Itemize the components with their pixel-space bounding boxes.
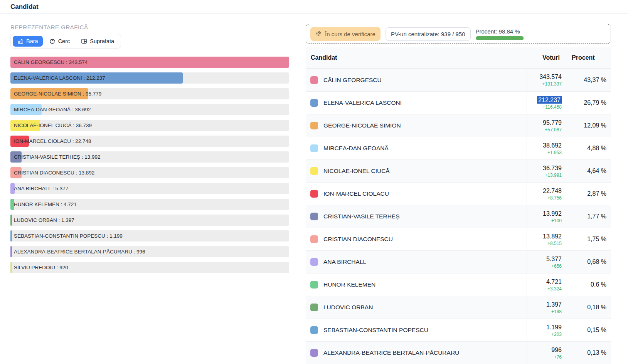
candidate-name: CĂLIN GEORGESCU bbox=[323, 77, 382, 84]
bar-chart-icon bbox=[17, 38, 24, 44]
votes-value: 343.574 bbox=[539, 73, 562, 81]
bar-row: SILVIU PREDOIU : 920 bbox=[10, 262, 289, 273]
percent-label: Procent: 98,84 % bbox=[476, 28, 524, 35]
top-header: Candidat bbox=[0, 0, 628, 14]
percent-value: 4,64 % bbox=[587, 168, 606, 174]
bar-row: NICOLAE-IONEL CIUCĂ : 36.739 bbox=[10, 120, 289, 131]
bar-label: ALEXANDRA-BEATRICE BERTALAN-PĂCURARU : 9… bbox=[14, 246, 145, 257]
candidate-cell: CRISTIAN-VASILE TERHEȘ bbox=[306, 205, 527, 228]
votes-delta: +116.458 bbox=[543, 104, 562, 110]
candidate-cell: ELENA-VALERICA LASCONI bbox=[306, 92, 527, 114]
candidate-cell: ALEXANDRA-BEATRICE BERTALAN-PĂCURARU bbox=[306, 342, 527, 364]
votes-cell: 1.199 +203 bbox=[527, 319, 566, 341]
votes-cell: 4.721 +3.324 bbox=[527, 273, 566, 296]
verification-badge: În curs de verificare bbox=[310, 27, 381, 41]
candidate-name: HUNOR KELEMEN bbox=[323, 281, 375, 288]
candidate-color-swatch bbox=[310, 235, 318, 243]
percent-value: 0,18 % bbox=[587, 304, 606, 311]
results-table: Candidat Voturi Procent CĂLIN GEORGESCU … bbox=[306, 47, 611, 364]
votes-cell: 36.739 +13.991 bbox=[527, 160, 566, 182]
bar-row: ELENA-VALERICA LASCONI : 212.237 bbox=[10, 72, 289, 84]
votes-cell: 1.397 +198 bbox=[527, 296, 566, 319]
bar-row: ION-MARCEL CIOLACU : 22.748 bbox=[10, 136, 289, 147]
candidate-name: GEORGE-NICOLAE SIMION bbox=[323, 122, 401, 129]
votes-delta: +8.756 bbox=[547, 195, 562, 201]
candidate-color-swatch bbox=[310, 281, 318, 289]
view-button-label: Suprafata bbox=[90, 38, 114, 44]
column-header-votes: Voturi bbox=[527, 54, 566, 61]
bar-row: HUNOR KELEMEN : 4.721 bbox=[10, 199, 289, 210]
bar-label: CĂLIN GEORGESCU : 343.574 bbox=[14, 57, 88, 68]
view-button-bara[interactable]: Bara bbox=[13, 36, 43, 47]
percent-status: Procent: 98,84 % bbox=[476, 28, 524, 40]
votes-value: 38.692 bbox=[543, 142, 562, 149]
candidate-color-swatch bbox=[310, 76, 318, 84]
candidate-color-swatch bbox=[310, 167, 318, 175]
candidate-cell: GEORGE-NICOLAE SIMION bbox=[306, 114, 527, 137]
votes-delta: +198 bbox=[551, 309, 562, 314]
percent-cell: 0,15 % bbox=[566, 319, 611, 341]
candidate-name: ION-MARCEL CIOLACU bbox=[323, 190, 389, 197]
candidate-name: LUDOVIC ORBAN bbox=[323, 304, 373, 311]
percent-value: 1,77 % bbox=[587, 213, 606, 220]
votes-value: 1.199 bbox=[546, 324, 562, 331]
bar-fill bbox=[10, 230, 12, 242]
bar-row: SEBASTIAN-CONSTANTIN POPESCU : 1.199 bbox=[10, 230, 289, 242]
bar-label: MIRCEA-DAN GEOANĂ : 38.692 bbox=[14, 104, 91, 115]
view-button-suprafata[interactable]: Suprafata bbox=[76, 36, 119, 47]
votes-cell: 95.779 +57.087 bbox=[527, 114, 566, 137]
candidate-color-swatch bbox=[310, 258, 318, 266]
verification-badge-label: În curs de verificare bbox=[325, 31, 375, 37]
percent-value: 26,79 % bbox=[584, 99, 606, 106]
percent-value: 0,68 % bbox=[587, 258, 606, 265]
bar-row: GEORGE-NICOLAE SIMION : 95.779 bbox=[10, 88, 289, 99]
votes-cell: 13.892 +8.515 bbox=[527, 228, 566, 250]
bar-row: MIRCEA-DAN GEOANĂ : 38.692 bbox=[10, 104, 289, 115]
candidate-cell: MIRCEA-DAN GEOANĂ bbox=[306, 137, 527, 159]
table-row: ELENA-VALERICA LASCONI 212.237 +116.458 … bbox=[306, 91, 611, 114]
table-row: ANA BIRCHALL 5.377 +656 0,68 % bbox=[306, 250, 611, 273]
bar-label: SILVIU PREDOIU : 920 bbox=[14, 262, 68, 273]
candidate-color-swatch bbox=[310, 99, 318, 107]
percent-value: 4,88 % bbox=[587, 145, 606, 152]
percent-cell: 1,77 % bbox=[566, 205, 611, 228]
chart-section-label: REPREZENTARE GRAFICĂ bbox=[10, 24, 289, 30]
candidate-name: ANA BIRCHALL bbox=[323, 258, 366, 265]
bar-label: ANA BIRCHALL : 5.377 bbox=[14, 183, 68, 194]
treemap-icon bbox=[81, 38, 87, 44]
candidate-cell: HUNOR KELEMEN bbox=[306, 273, 527, 296]
pv-centralized-badge: PV-uri centralizate: 939 / 950 bbox=[386, 27, 471, 41]
votes-cell: 5.377 +656 bbox=[527, 251, 566, 273]
candidate-cell: ANA BIRCHALL bbox=[306, 251, 527, 273]
votes-delta: +203 bbox=[551, 332, 562, 337]
votes-delta: +656 bbox=[551, 263, 562, 269]
percent-value: 12,09 % bbox=[584, 122, 606, 129]
bar-label: LUDOVIC ORBAN : 1.397 bbox=[14, 215, 74, 226]
percent-progress-fill bbox=[476, 36, 524, 40]
votes-delta: +3.324 bbox=[547, 286, 562, 292]
bar-label: NICOLAE-IONEL CIUCĂ : 36.739 bbox=[14, 120, 92, 131]
view-button-label: Cerc bbox=[58, 38, 70, 44]
status-box: În curs de verificare PV-uri centralizat… bbox=[306, 24, 611, 44]
percent-cell: 0,68 % bbox=[566, 251, 611, 273]
candidate-color-swatch bbox=[310, 304, 318, 311]
candidate-cell: SEBASTIAN-CONSTANTIN POPESCU bbox=[306, 319, 527, 341]
percent-cell: 4,64 % bbox=[566, 160, 611, 182]
votes-delta: +100 bbox=[551, 218, 562, 223]
view-button-cerc[interactable]: Cerc bbox=[45, 36, 75, 47]
percent-cell: 1,75 % bbox=[566, 228, 611, 250]
percent-value: 1,75 % bbox=[587, 236, 606, 243]
votes-cell: 212.237 +116.458 bbox=[527, 92, 566, 114]
votes-cell: 343.574 +131.337 bbox=[527, 69, 566, 91]
votes-delta: +76 bbox=[554, 354, 562, 360]
view-button-label: Bara bbox=[26, 38, 38, 44]
votes-value: 1.397 bbox=[546, 301, 562, 308]
column-header-candidate: Candidat bbox=[306, 54, 527, 61]
votes-cell: 22.748 +8.756 bbox=[527, 183, 566, 205]
votes-delta: +8.515 bbox=[547, 241, 562, 246]
votes-cell: 996 +76 bbox=[527, 342, 566, 364]
candidate-color-swatch bbox=[310, 190, 318, 198]
table-row: GEORGE-NICOLAE SIMION 95.779 +57.087 12,… bbox=[306, 114, 611, 137]
bar-row: CRISTIAN DIACONESCU : 13.892 bbox=[10, 167, 289, 178]
candidate-cell: CRISTIAN DIACONESCU bbox=[306, 228, 527, 250]
